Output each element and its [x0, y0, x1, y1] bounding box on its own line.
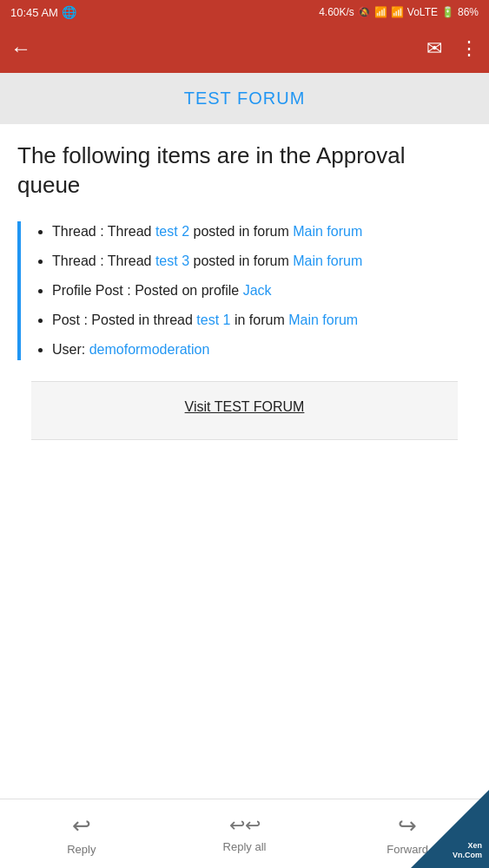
mail-icon[interactable]: ✉ — [426, 37, 442, 60]
item-text: posted in forum — [189, 224, 293, 239]
item-text: Post : Posted in thread — [52, 312, 196, 327]
visit-forum-button[interactable]: Visit TEST FORUM — [171, 392, 319, 422]
status-left: 10:45 AM 🌐 — [10, 5, 76, 19]
forum-link-3[interactable]: Main forum — [288, 312, 358, 327]
status-time: 10:45 AM — [10, 6, 58, 19]
thread-link-1[interactable]: test 2 — [155, 224, 189, 239]
forum-link-2[interactable]: Main forum — [293, 253, 362, 268]
user-link[interactable]: demoformoderation — [89, 342, 210, 357]
mute-icon: 🔕 — [358, 6, 371, 18]
list-item: User: demoformoderation — [52, 339, 472, 360]
reply-icon: ↩ — [72, 812, 91, 839]
battery-icon: 🔋 — [441, 6, 454, 18]
watermark-text: XenVn.Com — [453, 841, 482, 861]
thread-link-2[interactable]: test 3 — [155, 253, 189, 268]
forward-icon: ↪ — [398, 812, 417, 839]
visit-button-container: Visit TEST FORUM — [31, 381, 458, 440]
item-text: Thread : Thread — [52, 253, 155, 268]
approval-list: Thread : Thread test 2 posted in forum M… — [35, 221, 472, 360]
status-app-icon: 🌐 — [62, 5, 76, 19]
signal-icon: 📶 — [391, 6, 404, 18]
item-text: in forum — [230, 312, 288, 327]
reply-all-icon: ↩↩ — [229, 814, 261, 837]
app-bar-right: ✉ ⋮ — [426, 37, 479, 60]
battery-percent: 86% — [458, 6, 479, 18]
wifi-icon: 📶 — [374, 6, 387, 18]
forward-label: Forward — [387, 843, 428, 856]
item-text: User: — [52, 342, 89, 357]
reply-all-label: Reply all — [223, 840, 267, 853]
thread-link-3[interactable]: test 1 — [196, 312, 230, 327]
content-block: Thread : Thread test 2 posted in forum M… — [17, 221, 472, 360]
forum-header: TEST FORUM — [0, 73, 489, 124]
list-item: Profile Post : Posted on profile Jack — [52, 280, 472, 301]
forum-link-1[interactable]: Main forum — [293, 224, 362, 239]
item-text: posted in forum — [189, 253, 293, 268]
item-text: Thread : Thread — [52, 224, 155, 239]
list-item: Post : Posted in thread test 1 in forum … — [52, 310, 472, 331]
status-right: 4.60K/s 🔕 📶 📶 VoLTE 🔋 86% — [319, 6, 479, 18]
network-speed: 4.60K/s — [319, 6, 354, 18]
list-item: Thread : Thread test 2 posted in forum M… — [52, 221, 472, 242]
email-subject: The following items are in the Approval … — [17, 141, 472, 201]
back-button[interactable]: ← — [10, 36, 31, 61]
profile-link[interactable]: Jack — [243, 283, 272, 298]
status-bar: 10:45 AM 🌐 4.60K/s 🔕 📶 📶 VoLTE 🔋 86% — [0, 0, 489, 24]
item-text: Profile Post : Posted on profile — [52, 283, 243, 298]
reply-label: Reply — [67, 843, 96, 856]
app-bar-left: ← — [10, 36, 31, 61]
app-bar: ← ✉ ⋮ — [0, 24, 489, 73]
list-item: Thread : Thread test 3 posted in forum M… — [52, 251, 472, 272]
reply-all-button[interactable]: ↩↩ Reply all — [163, 804, 327, 864]
volte-label: VoLTE — [407, 6, 438, 18]
reply-button[interactable]: ↩ Reply — [0, 802, 163, 866]
email-content: The following items are in the Approval … — [0, 124, 489, 454]
forum-title: TEST FORUM — [184, 89, 306, 108]
more-menu-button[interactable]: ⋮ — [459, 37, 479, 60]
action-bar: ↩ Reply ↩↩ Reply all ↪ Forward — [0, 799, 489, 868]
